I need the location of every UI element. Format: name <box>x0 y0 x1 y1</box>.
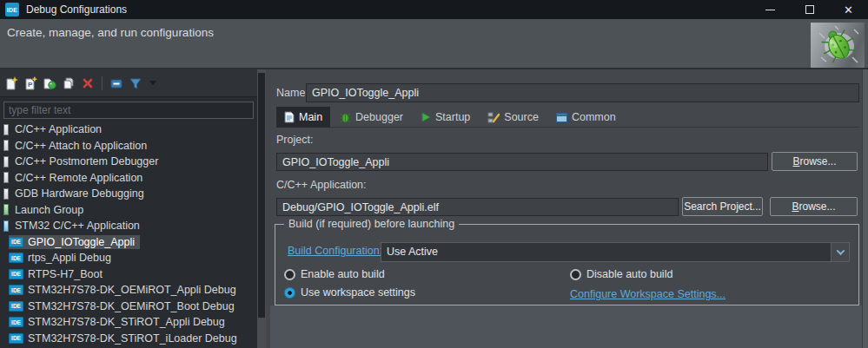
application-icon <box>3 140 9 151</box>
maximize-button[interactable] <box>790 0 829 19</box>
enable-auto-build-radio[interactable]: Enable auto build <box>284 268 385 280</box>
configure-workspace-settings-link[interactable]: Configure Workspace Settings... <box>570 288 726 300</box>
radio-label: Enable auto build <box>301 268 385 280</box>
tab-main[interactable]: Main <box>276 107 330 128</box>
ide-config-icon: IDE <box>9 285 23 295</box>
tree-item-cpp-application[interactable]: C/C++ Application <box>0 121 255 138</box>
close-button[interactable]: ✕ <box>829 0 868 19</box>
project-browse-button[interactable]: Browse... <box>772 152 858 171</box>
name-input[interactable] <box>306 83 859 102</box>
application-icon <box>3 188 9 200</box>
svg-text:P: P <box>28 81 33 89</box>
tree-item-stm32-application[interactable]: STM32 C/C++ Application <box>0 218 255 234</box>
minimize-button[interactable] <box>751 0 790 19</box>
export-configurations-icon[interactable] <box>43 76 56 90</box>
delete-configuration-icon[interactable] <box>81 76 95 90</box>
view-menu-icon[interactable] <box>149 81 156 85</box>
tree-item-label: Launch Group <box>15 204 83 216</box>
button-label: Search Project... <box>684 200 761 213</box>
tree-item-cpp-remote[interactable]: C/C++ Remote Application <box>0 170 255 187</box>
tree-item-rtps-h7-boot[interactable]: IDERTPS-H7_Boot <box>0 266 255 283</box>
tree-item-label: STM32 C/C++ Application <box>15 220 140 232</box>
tab-label: Debugger <box>355 111 403 123</box>
ide-config-icon: IDE <box>9 253 23 263</box>
tab-common[interactable]: Common <box>548 107 624 128</box>
cpp-application-input[interactable] <box>276 198 679 216</box>
tab-bar: Main Debugger Startup Source Common <box>276 107 859 128</box>
tree-item-label: C/C++ Postmortem Debugger <box>15 155 158 167</box>
tab-label: Main <box>299 111 322 123</box>
tree-item-rtps-appli-debug[interactable]: IDErtps_Appli Debug <box>0 250 255 266</box>
radio-icon <box>570 269 581 280</box>
source-tab-icon <box>487 112 500 123</box>
tab-label: Startup <box>435 111 470 123</box>
startup-tab-icon <box>421 112 431 122</box>
application-icon <box>3 124 9 135</box>
tree-item-oemirot-boot-debug[interactable]: IDESTM32H7S78-DK_OEMiROT_Boot Debug <box>0 299 255 315</box>
collapse-all-icon[interactable] <box>109 76 123 90</box>
build-configuration-link[interactable]: Build Configuration: <box>288 245 382 257</box>
tree-item-label: STM32H7S78-DK_OEMiROT_Appli Debug <box>28 284 236 296</box>
project-label: Project: <box>276 134 313 146</box>
disable-auto-build-radio[interactable]: Disable auto build <box>570 268 673 280</box>
debug-bug-icon <box>811 23 865 68</box>
build-configuration-select[interactable]: Use Active <box>381 242 850 262</box>
tab-startup[interactable]: Startup <box>413 107 478 128</box>
tree-item-gpio-iotoggle-appli[interactable]: IDEGPIO_IOToggle_Appli <box>0 234 255 251</box>
sidebar-scrollbar[interactable] <box>257 69 266 348</box>
group-title: Build (if required) before launching <box>284 218 459 230</box>
tab-source[interactable]: Source <box>480 107 547 128</box>
build-before-launch-group: Build (if required) before launching Bui… <box>275 224 859 305</box>
tree-item-stirot-iloader-debug[interactable]: IDESTM32H7S78-DK_STiROT_iLoader Debug <box>0 331 255 347</box>
form-scrollbar[interactable] <box>862 69 868 348</box>
dialog-subtitle: Create, manage, and run configurations <box>7 26 214 39</box>
main-tab-icon <box>284 111 295 123</box>
configurations-tree: C/C++ Application C/C++ Attach to Applic… <box>0 121 255 348</box>
app-browse-button[interactable]: Browse... <box>770 197 858 216</box>
radio-icon <box>284 269 295 280</box>
sidebar-scrollbar-thumb[interactable] <box>258 73 265 318</box>
radio-label: Disable auto build <box>586 268 673 280</box>
name-label: Name: <box>276 87 308 99</box>
ide-config-icon: IDE <box>9 237 23 247</box>
tree-item-label: STM32H7S78-DK_OEMiROT_Boot Debug <box>28 300 235 312</box>
tree-item-label: C/C++ Application <box>15 123 102 135</box>
tree-item-label: RTPS-H7_Boot <box>28 268 103 280</box>
button-label: Browse... <box>792 155 836 167</box>
tree-item-launch-group[interactable]: Launch Group <box>0 202 255 219</box>
ide-config-icon: IDE <box>9 317 23 327</box>
launch-group-icon <box>3 204 9 215</box>
tree-item-cpp-postmortem[interactable]: C/C++ Postmortem Debugger <box>0 154 255 170</box>
tree-item-cpp-attach[interactable]: C/C++ Attach to Application <box>0 138 255 154</box>
stm32-application-icon <box>3 220 9 232</box>
tree-item-oemirot-appli-debug[interactable]: IDESTM32H7S78-DK_OEMiROT_Appli Debug <box>0 282 255 299</box>
filter-input[interactable] <box>3 102 254 119</box>
application-icon <box>3 172 9 183</box>
ide-config-icon: IDE <box>9 333 23 344</box>
title-bar: IDE Debug Configurations ✕ <box>0 0 868 19</box>
configurations-sidebar: P C/C++ Application C/C++ Attach to <box>0 69 266 348</box>
tree-item-label: C/C++ Attach to Application <box>15 140 147 152</box>
tree-item-label: rtps_Appli Debug <box>28 252 111 264</box>
search-project-button[interactable]: Search Project... <box>682 197 763 216</box>
combo-dropdown-button[interactable] <box>831 243 849 261</box>
project-input[interactable] <box>276 153 768 171</box>
use-workspace-settings-radio[interactable]: Use workspace settings <box>284 286 415 299</box>
new-prototype-icon[interactable]: P <box>23 76 37 90</box>
dialog-header: Create, manage, and run configurations <box>0 19 868 69</box>
tree-item-stirot-appli-debug[interactable]: IDESTM32H7S78-DK_STiROT_Appli Debug <box>0 314 255 331</box>
close-icon: ✕ <box>844 4 853 16</box>
debugger-tab-icon <box>340 112 351 123</box>
duplicate-configuration-icon[interactable] <box>62 76 76 90</box>
sidebar-toolbar: P <box>0 69 266 97</box>
ide-config-icon: IDE <box>9 269 23 279</box>
configuration-form: Name: Main Debugger Startup Source Commo… <box>270 69 868 348</box>
ide-config-icon: IDE <box>9 301 23 312</box>
form-bottom-area <box>270 305 868 348</box>
filter-icon[interactable] <box>129 76 142 90</box>
new-configuration-icon[interactable] <box>4 76 18 90</box>
tab-label: Source <box>504 111 539 123</box>
maximize-icon <box>805 5 814 14</box>
tree-item-gdb-hardware[interactable]: GDB Hardware Debugging <box>0 186 255 202</box>
tab-debugger[interactable]: Debugger <box>332 107 411 128</box>
